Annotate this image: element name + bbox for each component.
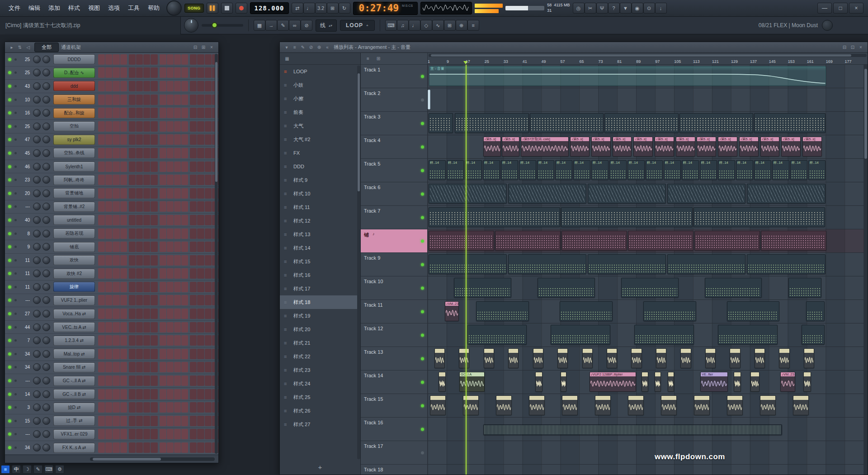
step-cell[interactable] <box>129 322 136 332</box>
pattern-item[interactable]: ≡样式 24 <box>280 377 360 390</box>
step-cell[interactable] <box>136 349 143 359</box>
step-cell[interactable] <box>129 309 136 319</box>
step-cell[interactable] <box>113 402 119 413</box>
detach-icon[interactable]: ▾ <box>283 44 291 51</box>
step-cell[interactable] <box>174 201 181 212</box>
step-cell[interactable] <box>136 429 143 439</box>
step-cell[interactable] <box>120 121 127 132</box>
track-lane[interactable] <box>428 347 868 370</box>
step-cell[interactable] <box>105 429 112 439</box>
step-cell[interactable] <box>167 175 174 185</box>
step-cell[interactable] <box>129 201 136 212</box>
channel-enable-led[interactable] <box>8 218 11 222</box>
draw2-icon[interactable]: ✎ <box>299 44 307 51</box>
step-cell[interactable] <box>181 134 188 145</box>
step-cell[interactable] <box>190 309 197 319</box>
playlist-clip[interactable] <box>734 372 741 392</box>
track-header[interactable]: Track 13 <box>361 347 428 370</box>
step-cell[interactable] <box>151 389 157 399</box>
step-cell[interactable] <box>136 335 143 346</box>
track-mute-led[interactable] <box>421 122 424 125</box>
step-cell[interactable] <box>113 255 119 266</box>
pattern-item[interactable]: ≡DDD <box>280 160 360 173</box>
step-cell[interactable] <box>160 362 166 372</box>
step-cell[interactable] <box>151 134 157 145</box>
track-header[interactable]: Track 11 <box>361 300 428 323</box>
playlist-clip[interactable]: ♪第57次取消..cals] <box>521 137 569 157</box>
step-cell[interactable] <box>160 108 166 118</box>
playlist-clip[interactable] <box>621 278 678 298</box>
step-cell[interactable] <box>129 242 136 252</box>
channel-volume-knob[interactable] <box>42 96 50 104</box>
step-cell[interactable] <box>190 54 197 65</box>
step-cell[interactable] <box>197 282 204 292</box>
step-cell[interactable] <box>129 108 136 118</box>
playlist-clip[interactable] <box>750 372 759 392</box>
channel-volume-knob[interactable] <box>42 190 50 197</box>
step-cell[interactable] <box>120 295 127 305</box>
step-cell[interactable] <box>205 215 212 225</box>
step-cell[interactable] <box>105 375 112 386</box>
playlist-clip[interactable] <box>655 372 661 392</box>
step-cell[interactable] <box>190 242 197 252</box>
step-cell[interactable] <box>113 148 119 158</box>
track-lane[interactable] <box>428 276 868 300</box>
channel-volume-knob[interactable] <box>42 444 50 451</box>
step-cell[interactable] <box>151 309 157 319</box>
step-cell[interactable] <box>167 429 174 439</box>
step-cell[interactable] <box>190 268 197 279</box>
step-cell[interactable] <box>160 322 166 332</box>
step-cell[interactable] <box>181 322 188 332</box>
channel-button[interactable]: VFX1..er 029 <box>53 429 95 439</box>
step-cell[interactable] <box>174 322 181 332</box>
step-cell[interactable] <box>167 375 174 386</box>
step-cell[interactable] <box>205 242 212 252</box>
minimize-icon[interactable]: ⊟ <box>840 44 849 51</box>
channel-enable-led[interactable] <box>8 393 11 396</box>
step-cell[interactable] <box>190 121 197 132</box>
playlist-clip[interactable] <box>779 348 789 368</box>
step-cell[interactable] <box>113 175 119 185</box>
track-mute-led[interactable] <box>421 380 424 384</box>
channel-enable-led[interactable] <box>8 111 11 114</box>
step-cell[interactable] <box>129 349 136 359</box>
step-cell[interactable] <box>160 389 166 399</box>
step-cell[interactable] <box>167 335 174 346</box>
channel-button[interactable]: 空拍 <box>53 121 95 131</box>
step-cell[interactable] <box>160 67 166 78</box>
channel-select-led[interactable] <box>14 85 17 87</box>
playlist-clip[interactable]: ♪第5..s] <box>633 137 653 157</box>
step-cell[interactable] <box>105 67 112 78</box>
step-cell[interactable] <box>113 322 119 332</box>
pattern-item[interactable]: ≡样式 25 <box>280 390 360 404</box>
channel-enable-led[interactable] <box>8 432 11 436</box>
track-header[interactable]: Track 18 <box>361 465 428 475</box>
playlist-clip[interactable] <box>680 348 691 368</box>
step-cell[interactable] <box>167 81 174 91</box>
step-cell[interactable] <box>205 255 212 266</box>
channel-pan-knob[interactable] <box>33 190 41 197</box>
channel-volume-knob[interactable] <box>42 337 50 344</box>
step-cell[interactable] <box>136 188 143 199</box>
step-cell[interactable] <box>174 67 181 78</box>
step-cell[interactable] <box>205 295 212 305</box>
step-cell[interactable] <box>190 442 197 453</box>
step-cell[interactable] <box>143 322 150 332</box>
step-cell[interactable] <box>98 242 105 252</box>
step-cell[interactable] <box>105 255 112 266</box>
step-cell[interactable] <box>113 215 119 225</box>
channel-button[interactable]: DDDD <box>53 54 95 64</box>
step-cell[interactable] <box>113 67 119 78</box>
step-cell[interactable] <box>120 134 127 145</box>
track-lane[interactable] <box>428 418 868 441</box>
track-mute-led[interactable] <box>421 216 424 219</box>
channel-select-led[interactable] <box>14 205 17 208</box>
step-cell[interactable] <box>181 148 188 158</box>
playlist-clip[interactable] <box>560 301 613 321</box>
pattern-item[interactable]: ≡样式 14 <box>280 241 360 255</box>
step-cell[interactable] <box>174 54 181 65</box>
playlist-clip[interactable] <box>561 231 627 251</box>
pause-button[interactable] <box>207 3 218 14</box>
step-cell[interactable] <box>167 402 174 413</box>
step-cell[interactable] <box>136 282 143 292</box>
